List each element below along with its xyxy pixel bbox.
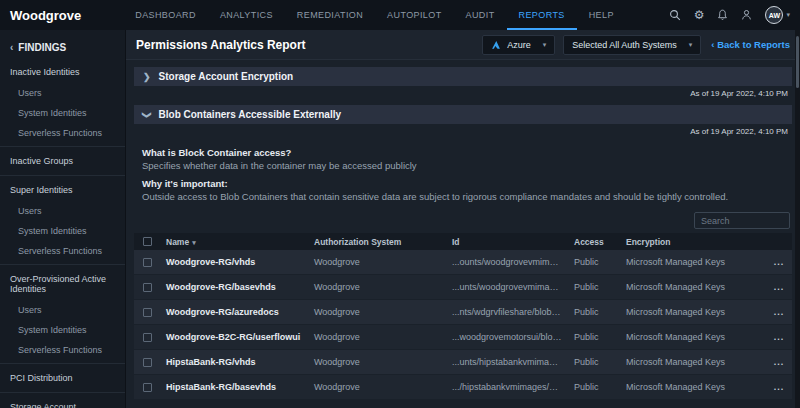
- sidebar: ‹ FINDINGS Inactive IdentitiesUsersSyste…: [0, 30, 126, 408]
- chevron-down-icon: ▾: [786, 11, 790, 19]
- row-access: Public: [568, 282, 620, 292]
- sidebar-group-storage-account-encryption[interactable]: Storage Account Encryption: [0, 396, 125, 408]
- section-blob-containers[interactable]: ❯ Blob Containers Accessible Externally: [134, 105, 792, 124]
- row-authorization-system: Woodgrove: [308, 257, 446, 267]
- row-menu-button[interactable]: ...: [774, 307, 785, 317]
- sidebar-divider: [0, 264, 125, 265]
- sidebar-title-label: FINDINGS: [18, 42, 66, 53]
- table-row[interactable]: Woodgrove-B2C-RG/userflowuiWoodgrove...w…: [134, 325, 792, 350]
- avatar[interactable]: AW: [765, 6, 783, 24]
- nav-item-reports[interactable]: REPORTS: [507, 0, 577, 30]
- question-body: Specifies whether data in the container …: [142, 160, 784, 171]
- nav-item-help[interactable]: HELP: [577, 0, 626, 30]
- sidebar-group-over-provisioned-active-identities[interactable]: Over-Provisioned Active Identities: [0, 268, 125, 300]
- row-checkbox[interactable]: [143, 258, 152, 267]
- table-body: Woodgrove-RG/vhdsWoodgrove...ounts/woodg…: [134, 250, 792, 400]
- sort-caret-icon: ▾: [192, 239, 196, 246]
- back-to-reports-link[interactable]: ‹ Back to Reports: [711, 39, 790, 50]
- column-header-access[interactable]: Access: [568, 237, 620, 247]
- row-checkbox[interactable]: [143, 308, 152, 317]
- user-menu[interactable]: AW ▾: [765, 6, 790, 24]
- row-id: ...unts/hipstabankvmimages/blobServices/…: [446, 357, 568, 367]
- row-encryption: Microsoft Managed Keys: [620, 307, 766, 317]
- row-access: Public: [568, 307, 620, 317]
- row-access: Public: [568, 332, 620, 342]
- row-authorization-system: Woodgrove: [308, 307, 446, 317]
- row-checkbox[interactable]: [143, 283, 152, 292]
- system-type-dropdown[interactable]: Azure ▾: [482, 35, 555, 55]
- sidebar-item-super-identities-users[interactable]: Users: [0, 201, 125, 221]
- nav-item-remediation[interactable]: REMEDIATION: [285, 0, 375, 30]
- auth-systems-dropdown[interactable]: Selected All Auth Systems ▾: [563, 35, 701, 55]
- table-search-input[interactable]: [694, 212, 790, 229]
- sidebar-group-super-identities[interactable]: Super Identities: [0, 179, 125, 201]
- sidebar-item-inactive-identities-users[interactable]: Users: [0, 83, 125, 103]
- row-id: .../hipstabankvmimages/blobServices/defa…: [446, 382, 568, 392]
- row-menu-button[interactable]: ...: [774, 282, 785, 292]
- table-row[interactable]: HipstaBank-RG/vhdsWoodgrove...unts/hipst…: [134, 350, 792, 375]
- row-name: HipstaBank-RG/basevhds: [160, 382, 308, 392]
- sidebar-item-over-provisioned-active-identities-users[interactable]: Users: [0, 300, 125, 320]
- sidebar-divider: [0, 175, 125, 176]
- row-name: Woodgrove-B2C-RG/userflowui: [160, 332, 308, 342]
- row-menu-button[interactable]: ...: [774, 332, 785, 342]
- profile-icon[interactable]: [741, 9, 752, 21]
- column-header-encryption[interactable]: Encryption: [620, 237, 766, 247]
- scrollbar-thumb[interactable]: [796, 36, 799, 88]
- sidebar-item-super-identities-system-identities[interactable]: System Identities: [0, 221, 125, 241]
- row-authorization-system: Woodgrove: [308, 332, 446, 342]
- table-row[interactable]: Woodgrove-RG/vhdsWoodgrove...ounts/woodg…: [134, 250, 792, 275]
- table-row[interactable]: Woodgrove-RG/azuredocsWoodgrove...nts/wd…: [134, 300, 792, 325]
- question-heading: What is Block Container access?: [142, 147, 784, 158]
- gear-icon[interactable]: ⚙: [694, 9, 705, 21]
- column-header-id[interactable]: Id: [446, 237, 568, 247]
- nav-item-audit[interactable]: AUDIT: [454, 0, 507, 30]
- sidebar-nav: Inactive IdentitiesUsersSystem Identitie…: [0, 61, 125, 408]
- select-all-checkbox[interactable]: [143, 237, 152, 246]
- table-row[interactable]: Woodgrove-RG/basevhdsWoodgrove...unts/wo…: [134, 275, 792, 300]
- sidebar-group-pci-distribution[interactable]: PCI Distribution: [0, 367, 125, 389]
- row-menu-button[interactable]: ...: [774, 382, 785, 392]
- nav-item-dashboard[interactable]: DASHBOARD: [123, 0, 208, 30]
- search-row: [136, 212, 790, 229]
- row-access: Public: [568, 357, 620, 367]
- column-header-authorization-system[interactable]: Authorization System: [308, 237, 446, 247]
- row-authorization-system: Woodgrove: [308, 382, 446, 392]
- row-menu-button[interactable]: ...: [774, 257, 785, 267]
- row-name: Woodgrove-RG/vhds: [160, 257, 308, 267]
- bell-icon[interactable]: [717, 9, 728, 21]
- table-row[interactable]: HipstaBank-RG/basevhdsWoodgrove.../hipst…: [134, 375, 792, 400]
- chevron-down-icon: ❯: [142, 111, 152, 119]
- importance-body: Outside access to Blob Containers that c…: [142, 191, 784, 202]
- main-content: Permissions Analytics Report Azure ▾ Sel…: [126, 30, 800, 408]
- column-header-name[interactable]: Name▾: [160, 237, 308, 247]
- row-checkbox[interactable]: [143, 383, 152, 392]
- system-type-value: Azure: [507, 40, 531, 50]
- sidebar-group-inactive-groups[interactable]: Inactive Groups: [0, 150, 125, 172]
- nav-item-autopilot[interactable]: AUTOPILOT: [375, 0, 453, 30]
- row-encryption: Microsoft Managed Keys: [620, 282, 766, 292]
- sidebar-item-over-provisioned-active-identities-system-identities[interactable]: System Identities: [0, 320, 125, 340]
- row-name: Woodgrove-RG/azuredocs: [160, 307, 308, 317]
- search-icon[interactable]: [669, 9, 681, 21]
- section-description: What is Block Container access? Specifie…: [142, 140, 784, 202]
- chevron-right-icon: ❯: [143, 72, 151, 82]
- row-access: Public: [568, 257, 620, 267]
- section-storage-account-encryption[interactable]: ❯ Storage Account Encryption: [134, 67, 792, 86]
- chevron-left-icon: ‹: [10, 42, 13, 53]
- brand-logo[interactable]: Woodgrove: [10, 8, 81, 23]
- nav-item-analytics[interactable]: ANALYTICS: [208, 0, 285, 30]
- top-nav: DASHBOARDANALYTICSREMEDIATIONAUTOPILOTAU…: [123, 0, 626, 30]
- row-checkbox-cell: [134, 308, 160, 317]
- sidebar-title[interactable]: ‹ FINDINGS: [0, 36, 125, 61]
- sidebar-item-over-provisioned-active-identities-serverless-functions[interactable]: Serverless Functions: [0, 340, 125, 360]
- row-checkbox[interactable]: [143, 333, 152, 342]
- row-menu-button[interactable]: ...: [774, 357, 785, 367]
- sidebar-item-inactive-identities-serverless-functions[interactable]: Serverless Functions: [0, 123, 125, 143]
- table-header: Name▾ Authorization System Id Access Enc…: [134, 233, 792, 250]
- row-authorization-system: Woodgrove: [308, 357, 446, 367]
- row-checkbox[interactable]: [143, 358, 152, 367]
- sidebar-group-inactive-identities[interactable]: Inactive Identities: [0, 61, 125, 83]
- sidebar-item-inactive-identities-system-identities[interactable]: System Identities: [0, 103, 125, 123]
- sidebar-item-super-identities-serverless-functions[interactable]: Serverless Functions: [0, 241, 125, 261]
